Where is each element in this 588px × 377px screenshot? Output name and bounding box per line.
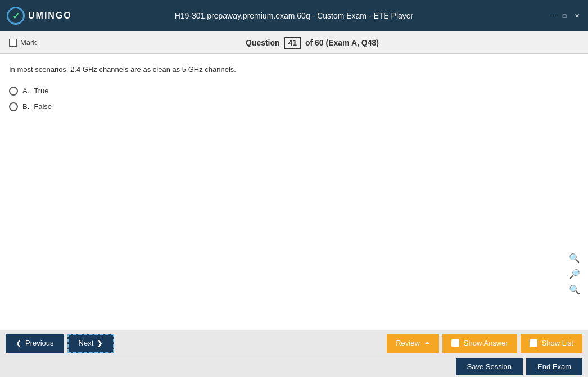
review-label: Review — [396, 339, 420, 347]
close-button[interactable]: ✕ — [572, 12, 581, 20]
search-button[interactable]: 🔍 — [568, 251, 581, 265]
bottom-navigation-bar: Previous Next Review Show Answer Show Li… — [0, 330, 588, 356]
logo-icon: ✓ — [7, 7, 25, 25]
logo: ✓ UMINGO — [7, 7, 72, 25]
question-label: Question — [246, 38, 280, 47]
previous-button[interactable]: Previous — [6, 334, 64, 353]
end-exam-button[interactable]: End Exam — [526, 358, 582, 375]
save-session-label: Save Session — [467, 362, 512, 371]
end-exam-label: End Exam — [537, 362, 571, 371]
mark-label[interactable]: Mark — [20, 38, 37, 47]
logo-text: UMINGO — [28, 11, 72, 21]
show-list-button[interactable]: Show List — [521, 334, 582, 353]
second-bottom-bar: Save Session End Exam — [0, 356, 588, 377]
review-button[interactable]: Review — [387, 334, 439, 353]
option-b-label: B. — [22, 102, 29, 111]
next-label: Next — [79, 339, 94, 347]
mark-checkbox[interactable] — [9, 39, 17, 47]
next-chevron-icon — [97, 339, 103, 347]
radio-b[interactable] — [9, 102, 18, 111]
show-answer-label: Show Answer — [464, 339, 508, 347]
radio-a[interactable] — [9, 87, 18, 96]
previous-label: Previous — [25, 339, 54, 347]
next-button[interactable]: Next — [67, 334, 115, 353]
show-list-icon — [530, 339, 537, 347]
minimize-button[interactable]: − — [548, 12, 557, 20]
prev-chevron-icon — [16, 339, 22, 347]
window-title: H19-301.prepaway.premium.exam.60q - Cust… — [175, 11, 414, 20]
question-number: 41 — [284, 37, 302, 49]
title-bar: ✓ UMINGO H19-301.prepaway.premium.exam.6… — [0, 0, 588, 31]
question-text: In most scenarios, 2.4 GHz channels are … — [9, 64, 579, 75]
show-answer-icon — [451, 339, 459, 347]
save-session-button[interactable]: Save Session — [456, 358, 523, 375]
window-controls: − □ ✕ — [548, 12, 581, 20]
option-a-label: A. — [22, 87, 29, 95]
question-header: Mark Question 41 of 60 (Exam A, Q48) — [0, 31, 588, 54]
zoom-in-button[interactable]: 🔎 — [568, 267, 581, 280]
option-b[interactable]: B. False — [9, 102, 579, 111]
mark-container[interactable]: Mark — [9, 38, 37, 47]
option-a-text: True — [34, 87, 48, 95]
zoom-out-button[interactable]: 🔍 — [568, 283, 581, 296]
show-answer-button[interactable]: Show Answer — [442, 334, 517, 353]
content-area: In most scenarios, 2.4 GHz channels are … — [0, 54, 588, 330]
option-b-text: False — [34, 102, 52, 111]
question-info: Question 41 of 60 (Exam A, Q48) — [46, 37, 579, 49]
zoom-controls: 🔍 🔎 🔍 — [568, 251, 581, 296]
review-arrow-icon — [424, 342, 430, 344]
option-a[interactable]: A. True — [9, 87, 579, 96]
show-list-label: Show List — [542, 339, 573, 347]
question-of: of 60 (Exam A, Q48) — [305, 38, 379, 47]
maximize-button[interactable]: □ — [560, 12, 569, 20]
